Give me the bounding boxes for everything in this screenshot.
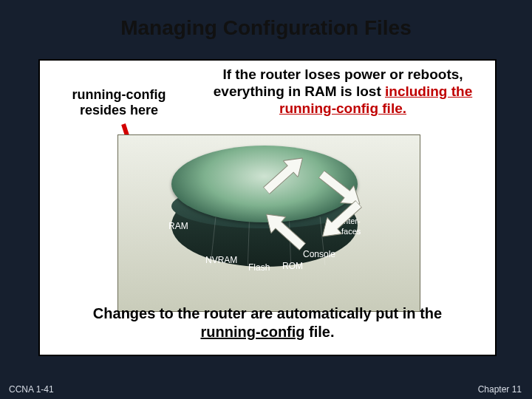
footer-right: Chapter 11 bbox=[478, 384, 522, 395]
running-config-caption: running-config resides here bbox=[49, 87, 189, 117]
bottom-note-underlined: running-config bbox=[200, 324, 304, 340]
label-flash: Flash bbox=[248, 262, 270, 273]
slide-footer: CCNA 1-41 Chapter 11 bbox=[0, 380, 532, 399]
running-config-caption-line2: resides here bbox=[80, 103, 158, 117]
footer-left: CCNA 1-41 bbox=[9, 384, 54, 395]
label-console: Console bbox=[303, 249, 335, 259]
title-band: Managing Configuration Files bbox=[0, 0, 532, 55]
router-diagram: RAM NVRAM Flash ROM Console Inter- faces bbox=[117, 134, 420, 312]
ram-loss-warning: If the router loses power or reboots, ev… bbox=[199, 66, 487, 117]
slide-title: Managing Configuration Files bbox=[0, 0, 532, 40]
label-ram: RAM bbox=[168, 221, 188, 231]
slide: Managing Configuration Files running-con… bbox=[0, 0, 532, 399]
label-rom: ROM bbox=[282, 261, 303, 271]
bottom-note-prefix: Changes to the router are automatically … bbox=[93, 305, 442, 321]
bottom-note-suffix: file. bbox=[305, 324, 335, 340]
label-nvram: NVRAM bbox=[205, 255, 237, 265]
router: RAM NVRAM Flash ROM Console Inter- faces bbox=[171, 146, 358, 283]
running-config-caption-line1: running-config bbox=[72, 87, 166, 102]
content-panel: running-config resides here If the route… bbox=[38, 59, 497, 356]
bottom-note: Changes to the router are automatically … bbox=[62, 304, 473, 341]
